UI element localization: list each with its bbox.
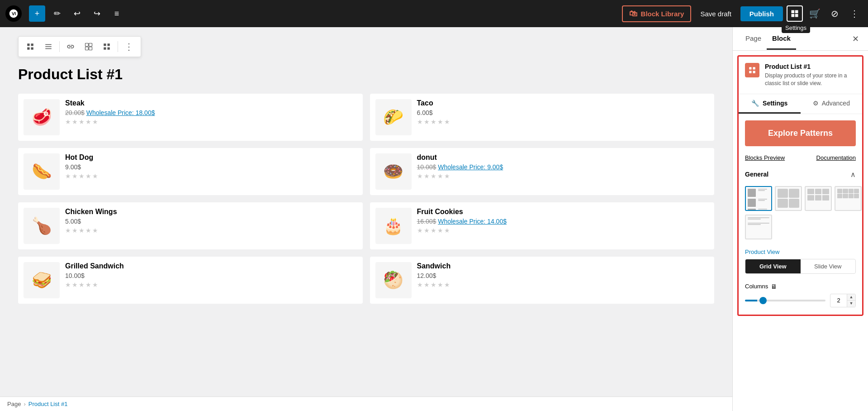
tab-advanced[interactable]: ⚙ Advanced — [801, 94, 863, 114]
block-library-button[interactable]: 🛍 Block Library — [622, 5, 692, 22]
block-toolbar-btn-3[interactable] — [62, 38, 79, 55]
top-bar: + ✏ ↩ ↪ ≡ 🛍 Block Library Save draft Pub… — [0, 0, 868, 27]
editor-area: ⋮ Product List #1 🥩 Steak 20.00$ Wholesa… — [0, 27, 732, 411]
woo-button[interactable]: 🛒 — [806, 5, 823, 22]
product-price: 5.00$ — [65, 218, 357, 225]
product-view-section: Product View Grid View Slide View — [739, 243, 862, 279]
product-name: Grilled Sandwich — [65, 262, 357, 270]
columns-slider[interactable] — [745, 300, 825, 301]
list-item: 🥩 Steak 20.00$ Wholesale Price: 18.00$ ★… — [18, 94, 363, 141]
general-header[interactable]: General ∧ — [745, 167, 856, 182]
toolbar-divider-2 — [118, 41, 118, 52]
block-toolbar-btn-2[interactable] — [40, 38, 57, 55]
add-block-button[interactable]: + — [29, 5, 45, 22]
settings-button[interactable] — [787, 5, 803, 22]
breadcrumb-page[interactable]: Page — [7, 401, 21, 407]
monitor-icon: 🖥 — [771, 283, 777, 290]
star-rating: ★★★★★ — [417, 281, 709, 288]
right-sidebar: Page Block ✕ Product List #1 — [732, 27, 868, 411]
svg-rect-16 — [753, 67, 755, 69]
list-item: 🥪 Grilled Sandwich 10.00$ ★★★★★ — [18, 257, 363, 304]
svg-rect-14 — [89, 47, 92, 50]
svg-rect-3 — [795, 14, 798, 17]
layout-option-4[interactable] — [835, 186, 862, 211]
extensions-button[interactable]: ⊘ — [826, 5, 843, 22]
general-title: General — [745, 171, 768, 178]
product-image: 🍩 — [375, 153, 412, 190]
columns-increment-button[interactable]: ▲ — [847, 294, 855, 301]
block-toolbar-btn-4[interactable] — [81, 38, 97, 55]
product-name: Taco — [417, 99, 709, 107]
block-icon — [745, 63, 759, 77]
product-name: Steak — [65, 99, 357, 107]
block-toolbar: ⋮ — [18, 36, 141, 57]
product-name: donut — [417, 153, 709, 162]
explore-patterns-button[interactable]: Explore Patterns — [745, 120, 856, 146]
product-price: 16.00$ Wholesale Price: 14.00$ — [417, 218, 709, 225]
block-description: Display products of your store in a clas… — [765, 72, 856, 87]
star-rating: ★★★★★ — [417, 227, 709, 234]
product-image: 🎂 — [375, 208, 412, 244]
redo-button[interactable]: ↪ — [89, 5, 105, 22]
more-options-button[interactable]: ⋮ — [846, 5, 863, 22]
columns-input[interactable]: 2 — [830, 295, 847, 306]
product-image: 🥩 — [24, 99, 60, 135]
product-image: 🥙 — [375, 262, 412, 298]
product-view-label: Product View — [745, 249, 856, 255]
undo-button[interactable]: ↩ — [69, 5, 85, 22]
general-toggle-icon: ∧ — [850, 170, 856, 179]
edit-button[interactable]: ✏ — [49, 5, 65, 22]
svg-rect-15 — [749, 67, 751, 69]
toolbar-divider — [59, 41, 60, 52]
publish-button[interactable]: Publish — [740, 6, 783, 21]
block-toolbar-more-btn[interactable]: ⋮ — [121, 38, 137, 55]
breadcrumb: Page › Product List #1 — [0, 397, 732, 411]
product-image: 🍗 — [24, 208, 60, 244]
layout-option-5[interactable] — [745, 215, 772, 239]
svg-rect-2 — [792, 14, 795, 17]
product-price: 6.00$ — [417, 109, 709, 116]
view-toggle: Grid View Slide View — [745, 259, 856, 274]
grid-view-button[interactable]: Grid View — [745, 259, 801, 273]
svg-rect-11 — [85, 43, 89, 47]
layout-option-3[interactable] — [805, 186, 832, 211]
product-price: 12.00$ — [417, 272, 709, 279]
star-rating: ★★★★★ — [65, 281, 357, 288]
breadcrumb-separator: › — [24, 401, 25, 407]
layout-options-grid — [745, 186, 856, 211]
svg-rect-17 — [749, 71, 751, 73]
slide-view-button[interactable]: Slide View — [801, 259, 856, 273]
tab-page[interactable]: Page — [740, 28, 767, 50]
blocks-preview-link[interactable]: Blocks Preview — [745, 154, 785, 161]
product-price: 9.00$ — [65, 163, 357, 171]
sidebar-close-button[interactable]: ✕ — [850, 32, 861, 46]
block-info: Product List #1 Display products of your… — [739, 57, 862, 94]
advanced-gear-icon: ⚙ — [813, 100, 819, 107]
columns-decrement-button[interactable]: ▼ — [847, 301, 855, 307]
list-item: 🍩 donut 10.00$ Wholesale Price: 9.00$ ★★… — [370, 148, 715, 195]
star-rating: ★★★★★ — [417, 118, 709, 125]
columns-input-wrap: 2 ▲ ▼ — [830, 294, 856, 307]
svg-rect-5 — [31, 43, 33, 46]
products-grid: 🥩 Steak 20.00$ Wholesale Price: 18.00$ ★… — [18, 94, 714, 304]
save-draft-button[interactable]: Save draft — [695, 7, 736, 20]
breadcrumb-block[interactable]: Product List #1 — [28, 401, 68, 407]
layout-option-1[interactable] — [745, 186, 772, 211]
layout-option-2[interactable] — [775, 186, 802, 211]
list-view-button[interactable]: ≡ — [109, 5, 125, 22]
block-toolbar-btn-1[interactable] — [22, 38, 38, 55]
settings-tooltip: Settings — [782, 23, 810, 33]
tab-settings[interactable]: 🔧 Settings — [739, 94, 801, 114]
block-toolbar-btn-5[interactable] — [99, 38, 115, 55]
wp-logo[interactable] — [5, 5, 22, 22]
columns-label-text: Columns — [745, 283, 768, 290]
svg-rect-12 — [89, 43, 92, 47]
block-panel: Product List #1 Display products of your… — [737, 55, 863, 316]
product-name: Chicken Wings — [65, 208, 357, 216]
documentation-link[interactable]: Documentation — [816, 154, 856, 161]
main-wrapper: ⋮ Product List #1 🥩 Steak 20.00$ Wholesa… — [0, 27, 868, 411]
product-name: Sandwich — [417, 262, 709, 270]
star-rating: ★★★★★ — [65, 227, 357, 234]
product-image: 🌭 — [24, 153, 60, 190]
star-rating: ★★★★★ — [417, 172, 709, 180]
